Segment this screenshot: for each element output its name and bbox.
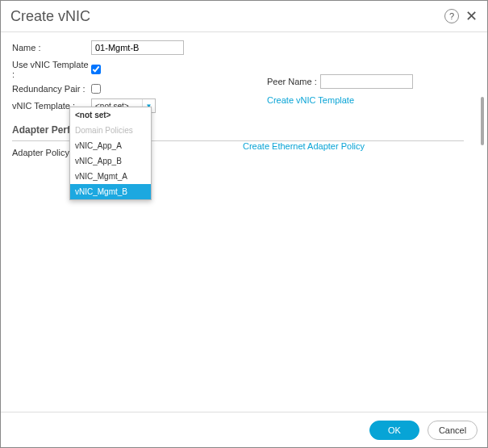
dropdown-option-vnic-app-a[interactable]: vNIC_App_A xyxy=(70,138,151,153)
help-icon[interactable]: ? xyxy=(444,9,459,23)
peer-name-label: Peer Name : xyxy=(267,77,317,86)
dropdown-group-header: Domain Policies xyxy=(70,123,151,138)
vnic-template-dropdown-menu: <not set> Domain Policies vNIC_App_A vNI… xyxy=(69,107,152,200)
redundancy-label: Redundancy Pair : xyxy=(12,84,91,94)
use-template-label: Use vNIC Template : xyxy=(12,60,91,79)
ok-button[interactable]: OK xyxy=(369,421,419,440)
dropdown-option-vnic-mgmt-b[interactable]: vNIC_Mgmt_B xyxy=(70,184,151,199)
create-vnic-template-link[interactable]: Create vNIC Template xyxy=(267,95,354,105)
create-ethernet-adapter-policy-link[interactable]: Create Ethernet Adapter Policy xyxy=(243,141,365,151)
titlebar: Create vNIC ? ✕ xyxy=(1,1,487,32)
adapter-policy-label: Adapter Policy xyxy=(12,148,69,157)
peer-name-input[interactable] xyxy=(320,74,413,89)
dialog-footer: OK Cancel xyxy=(1,412,487,447)
scrollbar-thumb[interactable] xyxy=(481,97,484,145)
use-template-checkbox[interactable] xyxy=(91,65,101,74)
name-row: Name : xyxy=(12,40,476,55)
name-label: Name : xyxy=(12,43,91,52)
cancel-button[interactable]: Cancel xyxy=(428,421,478,440)
close-icon[interactable]: ✕ xyxy=(465,7,478,25)
dropdown-option-not-set[interactable]: <not set> xyxy=(70,107,151,123)
dialog-body: Name : Use vNIC Template : Redundancy Pa… xyxy=(1,32,487,412)
create-vnic-dialog: Create vNIC ? ✕ Name : Use vNIC Template… xyxy=(0,0,488,448)
dialog-title: Create vNIC xyxy=(10,8,444,25)
redundancy-checkbox[interactable] xyxy=(91,84,101,94)
name-input[interactable] xyxy=(91,40,184,55)
dropdown-option-vnic-mgmt-a[interactable]: vNIC_Mgmt_A xyxy=(70,169,151,184)
dropdown-option-vnic-app-b[interactable]: vNIC_App_B xyxy=(70,153,151,169)
peer-name-row: Peer Name : xyxy=(267,74,413,89)
